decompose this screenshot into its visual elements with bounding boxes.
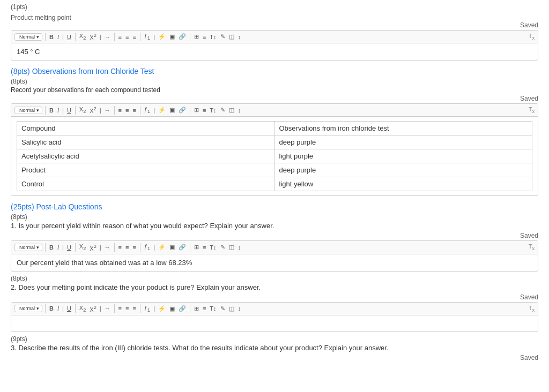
normal-dropdown-q2[interactable]: Normal ▾	[14, 305, 42, 312]
align-center-q1[interactable]: ≡	[124, 244, 130, 251]
superscript-btn-1[interactable]: X2	[88, 32, 97, 41]
italic-btn-q2[interactable]: I	[56, 305, 60, 312]
split-btn-2[interactable]: ◫	[228, 106, 235, 114]
merge-btn-2[interactable]: ↕	[237, 107, 242, 114]
italic-btn-2[interactable]: I	[56, 107, 60, 114]
italic-btn-q1[interactable]: I	[56, 244, 60, 251]
normal-dropdown-1[interactable]: Normal ▾	[14, 33, 42, 41]
row-btn-q2[interactable]: ≡	[202, 305, 207, 312]
subscript-btn-2[interactable]: X2	[78, 105, 87, 115]
align-right-1[interactable]: ≡	[131, 33, 137, 41]
superscript-btn-q1[interactable]: X2	[88, 243, 97, 252]
fx-btn-q2[interactable]: ƒ1	[143, 304, 151, 313]
toolbar-q1: Normal ▾ B I | U X2 X2 | → ≡ ≡ ≡	[11, 241, 538, 254]
content-text-1: 145 ° C	[17, 48, 40, 56]
normal-dropdown-2[interactable]: Normal ▾	[14, 107, 42, 114]
col-btn-q2[interactable]: T↕	[209, 305, 217, 312]
table-row: Acetylsalicylic acid light purple	[17, 149, 532, 163]
sep-q1d	[140, 243, 140, 252]
image-btn-1[interactable]: ▣	[168, 33, 176, 41]
observations-table: Compound Observations from iron chloride…	[17, 121, 532, 191]
underline-btn-q1[interactable]: U	[66, 244, 72, 251]
subscript-btn-q2[interactable]: X2	[78, 304, 87, 313]
saved-label-2: Saved	[520, 95, 538, 102]
link-btn-1[interactable]: 🔗	[177, 33, 187, 41]
image-btn-q2[interactable]: ▣	[168, 305, 176, 313]
arrow-btn-1[interactable]: →	[103, 33, 112, 41]
arrow-btn-q2[interactable]: →	[103, 305, 112, 312]
formula-btn-q2[interactable]: ⚡	[157, 305, 167, 313]
align-center-q2[interactable]: ≡	[124, 305, 130, 312]
table-btn-q2[interactable]: ⊞	[193, 305, 200, 313]
subscript-btn-q1[interactable]: X2	[78, 243, 87, 252]
merge-btn-q1[interactable]: ↕	[237, 244, 242, 251]
normal-dropdown-q1[interactable]: Normal ▾	[14, 244, 42, 251]
align-left-q2[interactable]: ≡	[117, 305, 123, 312]
fx-btn-1[interactable]: ƒ1	[143, 32, 151, 41]
subscript-btn-1[interactable]: X2	[78, 32, 87, 41]
image-btn-2[interactable]: ▣	[168, 106, 176, 114]
split-btn-q1[interactable]: ◫	[228, 243, 235, 251]
align-left-q1[interactable]: ≡	[117, 244, 123, 251]
col-btn-2[interactable]: T↕	[209, 107, 217, 114]
sep-10	[190, 106, 190, 115]
edit-btn-2[interactable]: ✎	[219, 106, 226, 114]
bold-btn-q2[interactable]: B	[48, 305, 55, 312]
align-center-1[interactable]: ≡	[124, 33, 130, 41]
table-btn-2[interactable]: ⊞	[193, 106, 200, 114]
split-btn-q2[interactable]: ◫	[228, 305, 235, 313]
question-2: (8pts) 2. Does your melting point indica…	[11, 275, 538, 332]
formula-btn-1[interactable]: ⚡	[157, 33, 167, 41]
align-left-1[interactable]: ≡	[117, 33, 123, 41]
underline-btn-2[interactable]: U	[66, 107, 72, 114]
col-btn-q1[interactable]: T↕	[209, 244, 217, 251]
align-left-2[interactable]: ≡	[117, 107, 123, 114]
split-btn-1[interactable]: ◫	[228, 33, 235, 41]
superscript-btn-q2[interactable]: X2	[88, 304, 97, 313]
col-header-observations: Observations from iron chloride test	[274, 122, 532, 135]
formula-btn-2[interactable]: ⚡	[157, 106, 167, 114]
underline-btn-1[interactable]: U	[66, 33, 72, 41]
editor-content-q1[interactable]: Our percent yield that was obtained was …	[11, 254, 538, 271]
merge-btn-q2[interactable]: ↕	[237, 305, 242, 312]
link-btn-2[interactable]: 🔗	[177, 106, 187, 114]
fx-btn-q1[interactable]: ƒ1	[143, 243, 151, 252]
editor-content-q2[interactable]	[11, 315, 538, 331]
edit-btn-1[interactable]: ✎	[219, 33, 226, 41]
arrow-btn-2[interactable]: →	[103, 107, 112, 114]
clear-btn-1[interactable]: Tx	[529, 33, 535, 41]
editor-content-2[interactable]: Compound Observations from iron chloride…	[11, 117, 538, 195]
underline-btn-q2[interactable]: U	[66, 305, 72, 312]
align-right-q2[interactable]: ≡	[131, 305, 137, 312]
formula-btn-q1[interactable]: ⚡	[157, 243, 167, 251]
superscript-btn-2[interactable]: X2	[88, 105, 97, 115]
image-btn-q1[interactable]: ▣	[168, 243, 176, 251]
link-btn-q1[interactable]: 🔗	[177, 243, 187, 251]
table-btn-1[interactable]: ⊞	[193, 33, 200, 41]
clear-btn-q2[interactable]: Tx	[529, 305, 535, 313]
align-center-2[interactable]: ≡	[124, 107, 130, 114]
bold-btn-q1[interactable]: B	[48, 244, 55, 251]
row-btn-1[interactable]: ≡	[202, 33, 207, 41]
sep-4	[140, 33, 140, 41]
edit-btn-q1[interactable]: ✎	[219, 243, 226, 251]
align-right-2[interactable]: ≡	[131, 107, 137, 114]
row-btn-q1[interactable]: ≡	[202, 244, 207, 251]
row-btn-2[interactable]: ≡	[202, 107, 207, 114]
clear-btn-q1[interactable]: Tx	[529, 243, 535, 251]
italic-btn-1[interactable]: I	[56, 33, 60, 41]
col-btn-1[interactable]: T↕	[209, 33, 217, 41]
section-label-2: Record your observations for each compou…	[11, 86, 538, 94]
bold-btn-2[interactable]: B	[48, 107, 55, 114]
table-btn-q1[interactable]: ⊞	[193, 243, 200, 251]
edit-btn-q2[interactable]: ✎	[219, 305, 226, 313]
fx-btn-2[interactable]: ƒ1	[143, 105, 151, 115]
merge-btn-1[interactable]: ↕	[237, 33, 242, 41]
align-right-q1[interactable]: ≡	[131, 244, 137, 251]
link-btn-q2[interactable]: 🔗	[177, 305, 187, 313]
bold-btn-1[interactable]: B	[48, 33, 55, 41]
pipe-2: |	[153, 34, 155, 40]
arrow-btn-q1[interactable]: →	[103, 244, 112, 251]
editor-content-1[interactable]: 145 ° C	[11, 43, 538, 60]
clear-btn-2[interactable]: Tx	[529, 106, 535, 114]
